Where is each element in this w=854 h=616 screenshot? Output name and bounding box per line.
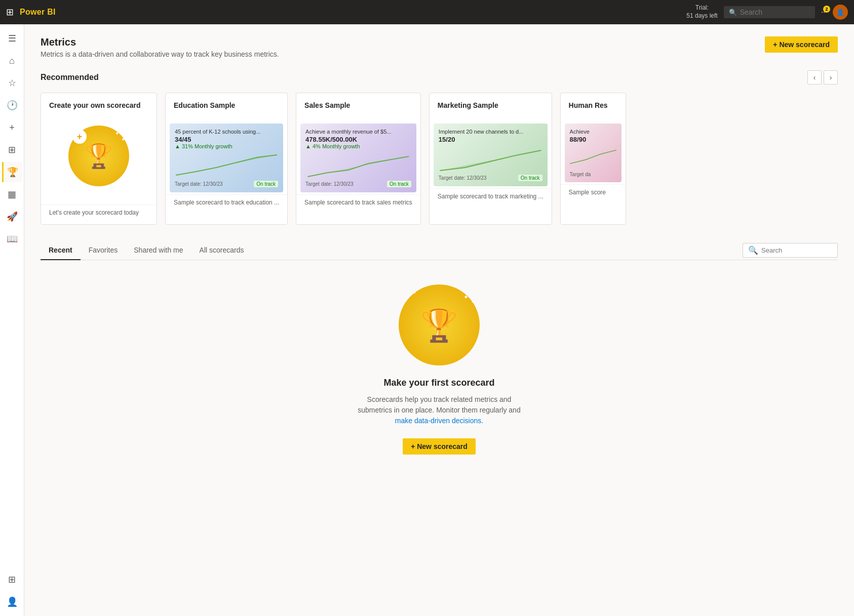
create-card-visual: + 🏆 ✦ ✦ <box>49 115 148 196</box>
topbar-search[interactable]: 🔍 <box>724 6 815 18</box>
tab-favorites[interactable]: Favorites <box>81 241 126 260</box>
empty-trophy-icon: 🏆 <box>419 306 459 344</box>
sidebar-item-menu[interactable]: ☰ <box>2 28 22 49</box>
tabs-search-input[interactable] <box>761 247 832 254</box>
tab-recent[interactable]: Recent <box>41 241 81 260</box>
page-header-text: Metrics Metrics is a data-driven and col… <box>41 36 279 58</box>
education-growth: ▲ 31% Monthly growth <box>175 143 278 149</box>
sales-card-title: Sales Sample <box>304 101 412 109</box>
tabs-search-icon: 🔍 <box>748 245 758 255</box>
empty-state-new-scorecard-button[interactable]: + New scorecard <box>403 438 476 455</box>
sidebar-item-home[interactable]: ⌂ <box>2 51 22 71</box>
page-title: Metrics <box>41 36 279 48</box>
sidebar-item-profile[interactable]: 👤 <box>2 592 22 612</box>
human-res-card-desc: Sample score <box>561 184 626 204</box>
tab-shared[interactable]: Shared with me <box>126 241 191 260</box>
sales-card-desc: Sample scorecard to track sales metrics <box>296 194 420 214</box>
marketing-chart <box>439 146 542 172</box>
marketing-card-desc: Sample scorecard to track marketing ... <box>430 188 552 208</box>
sidebar-item-apps[interactable]: ⊞ <box>2 140 22 160</box>
main-layout: ☰ ⌂ ☆ 🕐 + ⊞ 🏆 ▦ 🚀 📖 ⊞ 👤 Metrics Metrics … <box>0 24 854 616</box>
tab-all[interactable]: All scorecards <box>191 241 252 260</box>
education-metric-label: 45 percent of K-12 schools using... <box>175 129 278 135</box>
education-card-footer: Target date: 12/30/23 On track <box>175 181 278 187</box>
sidebar-item-favorites[interactable]: ☆ <box>2 73 22 93</box>
marketing-metric-value: 15/20 <box>439 136 542 143</box>
empty-sparkle-1: ✦ <box>463 294 469 301</box>
sidebar-item-integrations[interactable]: ⊞ <box>2 569 22 590</box>
sidebar-item-create[interactable]: + <box>2 117 22 138</box>
sales-metric-value: 478.55K/500.00K <box>305 136 411 143</box>
sidebar: ☰ ⌂ ☆ 🕐 + ⊞ 🏆 ▦ 🚀 📖 ⊞ 👤 <box>0 24 24 616</box>
grid-icon[interactable]: ⊞ <box>6 7 14 18</box>
human-res-chart <box>570 143 616 169</box>
sidebar-item-recent[interactable]: 🕐 <box>2 95 22 115</box>
topbar-actions: ··· 2 👤 <box>821 5 848 20</box>
recommended-section-header: Recommended ‹ › <box>41 70 838 85</box>
carousel-next-button[interactable]: › <box>824 70 838 85</box>
topbar: ⊞ Power BI Trial: 51 days left 🔍 ··· 2 👤 <box>0 0 854 24</box>
sales-card-footer: Target date: 12/30/23 On track <box>305 181 411 187</box>
notification-badge: 2 <box>823 6 830 13</box>
search-input[interactable] <box>740 8 810 16</box>
notifications-button[interactable]: ··· 2 <box>821 8 828 17</box>
education-chart <box>175 152 278 178</box>
page-header: Metrics Metrics is a data-driven and col… <box>41 36 838 58</box>
education-status-badge: On track <box>254 181 278 187</box>
empty-sparkle-2: ✦ <box>471 300 475 304</box>
human-res-card-preview: Achieve 88/90 Target da <box>565 124 622 182</box>
carousel-nav: ‹ › <box>807 70 838 85</box>
sales-growth: ▲ 4% Monthly growth <box>305 143 411 149</box>
search-icon: 🔍 <box>729 9 737 16</box>
education-card-desc: Sample scorecard to track education ... <box>166 194 287 214</box>
sidebar-item-metrics[interactable]: 🏆 <box>2 162 22 182</box>
marketing-card-preview: Implement 20 new channels to d... 15/20 … <box>434 124 548 186</box>
human-res-footer: Target da <box>570 172 616 177</box>
new-scorecard-button[interactable]: + New scorecard <box>765 36 838 53</box>
empty-state: 🏆 ✦ ✦ ✦ Make your first scorecard Scorec… <box>41 260 838 479</box>
education-card-title: Education Sample <box>174 101 279 109</box>
empty-sparkle-3: ✦ <box>413 291 416 295</box>
carousel-prev-button[interactable]: ‹ <box>807 70 822 85</box>
create-scorecard-card[interactable]: Create your own scorecard + 🏆 ✦ ✦ Let's … <box>41 93 157 225</box>
human-res-metric-value: 88/90 <box>570 136 616 143</box>
education-card-preview: 45 percent of K-12 schools using... 34/4… <box>170 124 283 192</box>
sidebar-item-tables[interactable]: ▦ <box>2 184 22 204</box>
marketing-metric-label: Implement 20 new channels to d... <box>439 129 542 135</box>
sales-sample-card[interactable]: Sales Sample Achieve a monthly revenue o… <box>296 93 421 225</box>
empty-state-desc: Scorecards help you track related metric… <box>353 394 525 426</box>
empty-state-title: Make your first scorecard <box>383 378 494 388</box>
sales-metric-label: Achieve a monthly revenue of $5... <box>305 129 411 135</box>
content-area: Metrics Metrics is a data-driven and col… <box>24 24 854 616</box>
empty-state-trophy: 🏆 ✦ ✦ ✦ <box>399 284 480 365</box>
trophy-icon: 🏆 <box>84 142 114 170</box>
marketing-sample-card[interactable]: Marketing Sample Implement 20 new channe… <box>429 93 552 225</box>
tabs-search-box[interactable]: 🔍 <box>743 243 838 258</box>
recommended-title: Recommended <box>41 73 99 82</box>
tabs-container: Recent Favorites Shared with me All scor… <box>41 241 838 260</box>
marketing-card-footer: Target date: 12/30/23 On track <box>439 175 542 181</box>
sales-status-badge: On track <box>387 181 411 187</box>
sales-chart <box>305 152 411 178</box>
sidebar-item-book[interactable]: 📖 <box>2 229 22 249</box>
plus-badge: + <box>72 130 87 144</box>
app-logo: Power BI <box>20 8 56 17</box>
trial-info: Trial: 51 days left <box>686 4 717 20</box>
sparkle-1: ✦ <box>115 131 119 136</box>
avatar[interactable]: 👤 <box>833 5 848 20</box>
page-subtitle: Metrics is a data-driven and collaborati… <box>41 50 279 58</box>
human-res-card-title: Human Res <box>569 101 617 109</box>
education-metric-value: 34/45 <box>175 136 278 143</box>
trophy-circle: + 🏆 ✦ ✦ <box>68 126 129 186</box>
create-card-desc: Let's create your scorecard today <box>41 204 157 224</box>
human-res-sample-card[interactable]: Human Res Achieve 88/90 Target da Sample… <box>560 93 626 225</box>
sales-card-preview: Achieve a monthly revenue of $5... 478.5… <box>300 124 416 192</box>
marketing-status-badge: On track <box>518 175 542 181</box>
sidebar-item-learn[interactable]: 🚀 <box>2 207 22 227</box>
education-sample-card[interactable]: Education Sample 45 percent of K-12 scho… <box>165 93 288 225</box>
sparkle-2: ✦ <box>121 137 125 142</box>
cards-carousel: Create your own scorecard + 🏆 ✦ ✦ Let's … <box>41 93 838 225</box>
create-card-title: Create your own scorecard <box>49 101 148 109</box>
human-res-metric-label: Achieve <box>570 129 616 135</box>
marketing-card-title: Marketing Sample <box>438 101 544 109</box>
